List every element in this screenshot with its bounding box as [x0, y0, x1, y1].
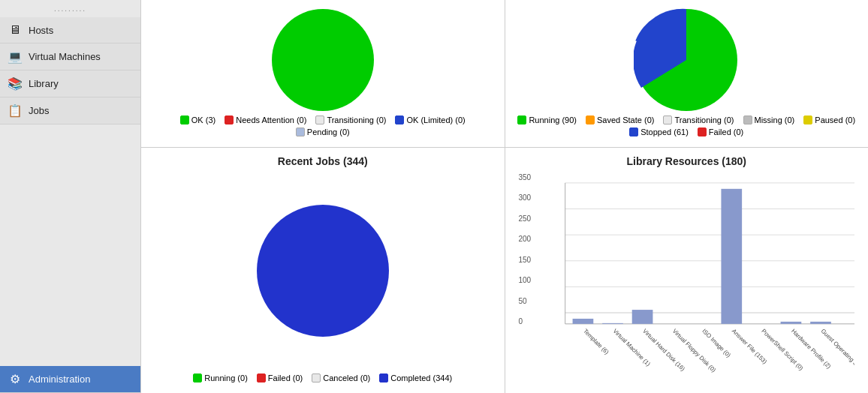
- y-label-100: 100: [519, 276, 532, 284]
- vms-legend: Running (90) Saved State (0) Transitioni…: [513, 112, 861, 140]
- legend-dot-failed: [698, 128, 707, 136]
- legend-jobs-canceled: Canceled (0): [312, 374, 370, 382]
- legend-stopped: Stopped (61): [629, 128, 689, 136]
- legend-label-failed: Failed (0): [709, 128, 743, 136]
- hosts-icon: 🖥: [8, 23, 23, 37]
- bar-template: [572, 319, 593, 324]
- sidebar-dots: .........: [0, 0, 140, 17]
- bar-hardware-profile: [780, 322, 801, 324]
- library-bar-chart: Template (6) Virtual Machine (1) Virtual…: [543, 173, 855, 386]
- legend-jobs-running: Running (0): [193, 374, 247, 382]
- legend-pending: Pending (0): [296, 128, 350, 136]
- y-label-150: 150: [519, 256, 532, 264]
- legend-saved-state: Saved State (0): [586, 116, 654, 124]
- jobs-pie-chart: [255, 203, 390, 338]
- legend-failed: Failed (0): [698, 128, 743, 136]
- hosts-pie-container: [270, 8, 375, 112]
- sidebar-item-hosts[interactable]: 🖥 Hosts: [0, 17, 140, 44]
- legend-dot-transitioning-vm: [663, 116, 672, 124]
- legend-label-jobs-canceled: Canceled (0): [323, 374, 370, 382]
- legend-label-stopped: Stopped (61): [640, 128, 689, 136]
- legend-label-pending: Pending (0): [307, 128, 350, 136]
- sidebar-label-jobs: Jobs: [29, 105, 49, 116]
- legend-label-ok-limited: OK (Limited) (0): [406, 116, 465, 124]
- y-label-350: 350: [519, 173, 532, 182]
- xlabel-guestos: Guest Operating System Profile (2): [819, 328, 854, 386]
- sidebar-label-vms: Virtual Machines: [29, 51, 101, 62]
- sidebar-item-jobs[interactable]: 📋 Jobs: [0, 98, 140, 124]
- legend-dot-ok-limited: [395, 116, 404, 124]
- panel-recent-jobs: Recent Jobs (344) Running (0) Failed (0)…: [141, 148, 505, 393]
- legend-label-saved-state: Saved State (0): [597, 116, 654, 124]
- legend-running: Running (90): [517, 116, 577, 124]
- legend-dot-needs-attention: [225, 116, 234, 124]
- jobs-pie-container: [255, 170, 390, 370]
- legend-ok: OK (3): [180, 116, 215, 124]
- sidebar-label-administration: Administration: [29, 374, 90, 385]
- sidebar: ......... 🖥 Hosts 💻 Virtual Machines 📚 L…: [0, 0, 141, 393]
- legend-dot-saved-state: [586, 116, 595, 124]
- svg-point-2: [257, 205, 389, 337]
- legend-dot-jobs-canceled: [312, 374, 321, 382]
- recent-jobs-title: Recent Jobs (344): [278, 155, 368, 167]
- legend-transitioning-vm: Transitioning (0): [663, 116, 734, 124]
- svg-point-0: [272, 9, 374, 111]
- main-content: OK (3) Needs Attention (0) Transitioning…: [141, 0, 868, 393]
- legend-dot-pending: [296, 128, 305, 136]
- sidebar-item-library[interactable]: 📚 Library: [0, 70, 140, 98]
- admin-icon: ⚙: [8, 372, 23, 386]
- legend-label-ok: OK (3): [191, 116, 215, 124]
- legend-jobs-failed: Failed (0): [257, 374, 303, 382]
- legend-label-jobs-running: Running (0): [204, 374, 247, 382]
- panel-vms-status: Running (90) Saved State (0) Transitioni…: [505, 0, 869, 147]
- y-label-50: 50: [519, 297, 532, 305]
- legend-label-jobs-failed: Failed (0): [268, 374, 303, 382]
- legend-dot-jobs-failed: [257, 374, 266, 382]
- sidebar-label-hosts: Hosts: [29, 25, 53, 36]
- library-resources-title: Library Resources (180): [626, 155, 746, 167]
- legend-dot-stopped: [629, 128, 638, 136]
- xlabel-template: Template (6): [582, 328, 610, 356]
- legend-dot-missing: [743, 116, 752, 124]
- legend-transitioning: Transitioning (0): [315, 116, 386, 124]
- legend-label-transitioning: Transitioning (0): [327, 116, 386, 124]
- legend-dot-ok: [180, 116, 189, 124]
- y-label-300: 300: [519, 194, 532, 202]
- panel-hosts-status: OK (3) Needs Attention (0) Transitioning…: [141, 0, 505, 147]
- bar-answer-file: [721, 189, 742, 324]
- legend-jobs-completed: Completed (344): [379, 374, 452, 382]
- bar-virtual-machine: [602, 323, 623, 324]
- legend-dot-paused: [803, 116, 812, 124]
- bottom-row: Recent Jobs (344) Running (0) Failed (0)…: [141, 148, 868, 393]
- hosts-legend: OK (3) Needs Attention (0) Transitioning…: [149, 112, 497, 140]
- top-row: OK (3) Needs Attention (0) Transitioning…: [141, 0, 868, 148]
- panel-library-resources: Library Resources (180) 0 50 100 150 200…: [505, 148, 869, 393]
- legend-label-paused: Paused (0): [815, 116, 855, 124]
- vm-icon: 💻: [8, 50, 23, 64]
- y-label-200: 200: [519, 235, 532, 243]
- legend-paused: Paused (0): [803, 116, 855, 124]
- sidebar-label-library: Library: [29, 78, 59, 89]
- legend-label-needs-attention: Needs Attention (0): [236, 116, 306, 124]
- bar-chart-wrapper: 0 50 100 150 200 250 300 350: [513, 170, 861, 386]
- sidebar-item-virtual-machines[interactable]: 💻 Virtual Machines: [0, 44, 140, 70]
- legend-missing: Missing (0): [743, 116, 795, 124]
- legend-dot-transitioning: [315, 116, 324, 124]
- vms-pie-chart: [634, 8, 739, 112]
- hosts-pie-chart: [270, 8, 375, 112]
- legend-ok-limited: OK (Limited) (0): [395, 116, 465, 124]
- legend-dot-running: [517, 116, 526, 124]
- bar-virtual-hard-disk: [631, 310, 653, 324]
- jobs-icon: 📋: [8, 104, 23, 118]
- legend-dot-jobs-completed: [379, 374, 388, 382]
- y-axis-labels: 0 50 100 150 200 250 300 350: [519, 173, 532, 326]
- legend-label-transitioning-vm: Transitioning (0): [674, 116, 734, 124]
- legend-label-running: Running (90): [529, 116, 577, 124]
- jobs-legend: Running (0) Failed (0) Canceled (0) Comp…: [193, 370, 452, 386]
- y-label-250: 250: [519, 214, 532, 223]
- sidebar-item-administration[interactable]: ⚙ Administration: [0, 366, 140, 393]
- legend-label-missing: Missing (0): [755, 116, 795, 124]
- library-icon: 📚: [8, 76, 23, 91]
- xlabel-iso: ISO Image (0): [701, 328, 732, 359]
- vms-pie-container: [634, 8, 739, 112]
